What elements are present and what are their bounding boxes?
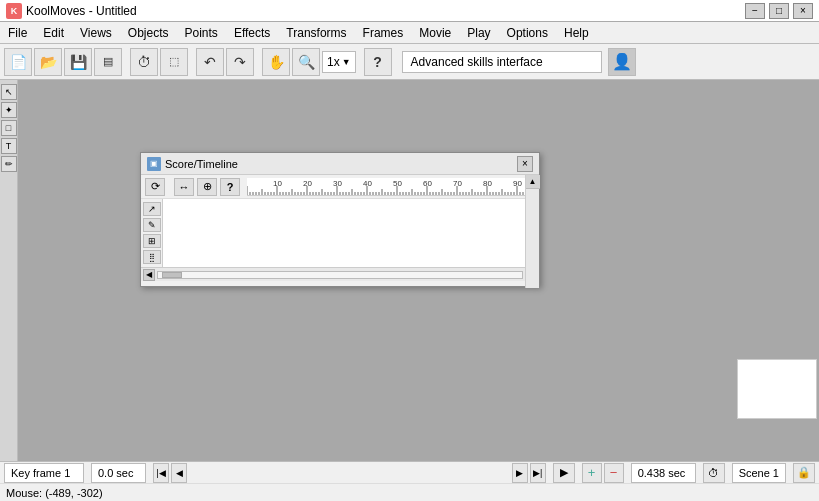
- menu-file[interactable]: File: [0, 24, 35, 42]
- menu-edit[interactable]: Edit: [35, 24, 72, 42]
- timeline-icon: ▣: [147, 157, 161, 171]
- lt-node-btn[interactable]: ✦: [1, 102, 17, 118]
- timeline-vscroll: ▲: [525, 175, 539, 288]
- zoom-selector[interactable]: 1x ▼: [322, 51, 356, 73]
- menu-options[interactable]: Options: [499, 24, 556, 42]
- main-canvas-area: ↖ ✦ □ T ✏ ▣ Score/Timeline × ⟳ ↔ ⊕ ? ↗: [0, 80, 819, 461]
- export-button[interactable]: ▤: [94, 48, 122, 76]
- left-toolbar: ↖ ✦ □ T ✏: [0, 80, 18, 461]
- loop-button[interactable]: ⏱: [703, 463, 725, 483]
- title-bar: K KoolMoves - Untitled − □ ×: [0, 0, 819, 22]
- lt-select-btn[interactable]: ↖: [1, 84, 17, 100]
- zoom-level: 1x: [327, 55, 340, 69]
- menu-frames[interactable]: Frames: [355, 24, 412, 42]
- timeline-close-button[interactable]: ×: [517, 156, 533, 172]
- user-icon[interactable]: 👤: [608, 48, 636, 76]
- undo-button[interactable]: ↶: [196, 48, 224, 76]
- keyframe-label: Key frame 1: [4, 463, 84, 483]
- status-bar: Key frame 1 0.0 sec |◀ ◀ ▶ ▶| ▶ + − 0.43…: [0, 461, 819, 501]
- timeline-canvas: [163, 199, 539, 267]
- menu-help[interactable]: Help: [556, 24, 597, 42]
- zoom-button[interactable]: 🔍: [292, 48, 320, 76]
- tl-qr-btn[interactable]: ⣿: [143, 250, 161, 264]
- scroll-thumb[interactable]: [162, 272, 182, 278]
- maximize-button[interactable]: □: [769, 3, 789, 19]
- minimize-button[interactable]: −: [745, 3, 765, 19]
- duration-display: 0.438 sec: [631, 463, 696, 483]
- scroll-left-arrow[interactable]: ◀: [143, 269, 155, 281]
- timeline-left-tools: ↗ ✎ ⊞ ⣿: [141, 199, 163, 267]
- vscroll-up-arrow[interactable]: ▲: [526, 175, 540, 189]
- tl-arrow-btn[interactable]: ↗: [143, 202, 161, 216]
- timeline-body: ↗ ✎ ⊞ ⣿: [141, 199, 539, 267]
- lt-pencil-btn[interactable]: ✏: [1, 156, 17, 172]
- redo-button[interactable]: ↷: [226, 48, 254, 76]
- timeline-scrollbar: ◀ ▶: [141, 267, 539, 281]
- skip-to-end-button[interactable]: ▶|: [530, 463, 546, 483]
- next-frame-button[interactable]: ▶: [512, 463, 528, 483]
- skip-to-start-button[interactable]: |◀: [153, 463, 169, 483]
- timeline-toolbar: ⟳ ↔ ⊕ ?: [141, 175, 539, 199]
- window-title: KoolMoves - Untitled: [26, 4, 745, 18]
- close-button[interactable]: ×: [793, 3, 813, 19]
- timeline-dialog: ▣ Score/Timeline × ⟳ ↔ ⊕ ? ↗ ✎ ⊞ ⣿: [140, 152, 540, 287]
- mouse-position: Mouse: (-489, -302): [6, 487, 103, 499]
- lt-shape-btn[interactable]: □: [1, 120, 17, 136]
- timer-button[interactable]: ⏱: [130, 48, 158, 76]
- menu-views[interactable]: Views: [72, 24, 120, 42]
- zoom-dropdown-arrow[interactable]: ▼: [342, 57, 351, 67]
- menu-play[interactable]: Play: [459, 24, 498, 42]
- lt-text-btn[interactable]: T: [1, 138, 17, 154]
- save-button[interactable]: 💾: [64, 48, 92, 76]
- new-button[interactable]: 📄: [4, 48, 32, 76]
- play-button[interactable]: ▶: [553, 463, 575, 483]
- timeline-title-text: Score/Timeline: [165, 158, 513, 170]
- scene-lock-button[interactable]: 🔒: [793, 463, 815, 483]
- open-button[interactable]: 📂: [34, 48, 62, 76]
- menu-transforms[interactable]: Transforms: [278, 24, 354, 42]
- tl-refresh-btn[interactable]: ⟳: [145, 178, 165, 196]
- capture-button[interactable]: ⬚: [160, 48, 188, 76]
- app-icon: K: [6, 3, 22, 19]
- menu-points[interactable]: Points: [177, 24, 226, 42]
- help-button[interactable]: ?: [364, 48, 392, 76]
- status-top-row: Key frame 1 0.0 sec |◀ ◀ ▶ ▶| ▶ + − 0.43…: [0, 462, 819, 484]
- tl-brush-btn[interactable]: ✎: [143, 218, 161, 232]
- tl-grid-btn[interactable]: ⊞: [143, 234, 161, 248]
- status-bottom-row: Mouse: (-489, -302): [0, 484, 819, 501]
- tl-help-btn[interactable]: ?: [220, 178, 240, 196]
- timeline-title-bar: ▣ Score/Timeline ×: [141, 153, 539, 175]
- menu-bar: File Edit Views Objects Points Effects T…: [0, 22, 819, 44]
- title-controls: − □ ×: [745, 3, 813, 19]
- toolbar: 📄 📂 💾 ▤ ⏱ ⬚ ↶ ↷ ✋ 🔍 1x ▼ ? Advanced skil…: [0, 44, 819, 80]
- tl-add-btn[interactable]: ⊕: [197, 178, 217, 196]
- scroll-track[interactable]: [157, 271, 523, 279]
- hand-tool-button[interactable]: ✋: [262, 48, 290, 76]
- menu-effects[interactable]: Effects: [226, 24, 278, 42]
- add-frame-button[interactable]: +: [582, 463, 602, 483]
- menu-movie[interactable]: Movie: [411, 24, 459, 42]
- scene-label: Scene 1: [732, 463, 786, 483]
- prev-frame-button[interactable]: ◀: [171, 463, 187, 483]
- corner-preview-box: [737, 359, 817, 419]
- time-display: 0.0 sec: [91, 463, 146, 483]
- remove-frame-button[interactable]: −: [604, 463, 624, 483]
- menu-objects[interactable]: Objects: [120, 24, 177, 42]
- timeline-ruler: [247, 178, 535, 196]
- interface-label: Advanced skills interface: [402, 51, 602, 73]
- tl-select-btn[interactable]: ↔: [174, 178, 194, 196]
- interface-label-text: Advanced skills interface: [411, 55, 543, 69]
